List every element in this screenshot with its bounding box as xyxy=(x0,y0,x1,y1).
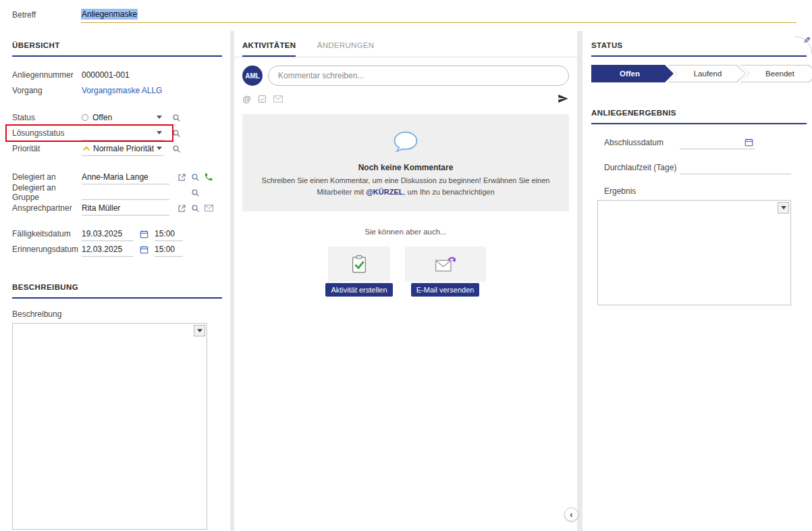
quick-action-cards: Aktivität erstellen E-Mail versenden xyxy=(234,247,577,297)
prioritaet-search-icon[interactable] xyxy=(169,145,183,153)
abschlussdatum-calendar-icon[interactable] xyxy=(742,138,755,147)
erinnerungsdatum-time: 15:00 xyxy=(155,245,175,254)
delegiert-gruppe-search-icon[interactable] xyxy=(188,188,202,197)
durchlaufzeit-input[interactable] xyxy=(680,161,791,174)
status-step-label: Offen xyxy=(591,65,674,82)
ergebnis-form: Abschlussdatum Durchlaufzeit (Tage) xyxy=(591,135,812,174)
speech-bubble-icon xyxy=(393,130,418,153)
also-text: Sie können aber auch... xyxy=(234,228,577,236)
overview-panel: ÜBERSICHT Anliegennummer 0000001-001 Vor… xyxy=(0,31,230,531)
erinnerungsdatum-date-input[interactable]: 12.03.2025 xyxy=(82,243,133,257)
field-erinnerungsdatum: Erinnerungsdatum 12.03.2025 15:00 xyxy=(12,242,222,257)
activities-panel: AKTIVITÄTEN ÄNDERUNGEN AML @ Noch keine … xyxy=(234,31,577,531)
beschreibung-textarea[interactable] xyxy=(12,323,207,530)
activities-tabbar: AKTIVITÄTEN ÄNDERUNGEN xyxy=(234,31,577,57)
comment-input-wrapper[interactable] xyxy=(268,66,569,86)
no-comments-text: Schreiben Sie einen Kommentar, um eine D… xyxy=(261,175,550,198)
faelligkeitsdatum-calendar-icon[interactable] xyxy=(137,230,151,238)
edit-pencil-icon[interactable]: ✎ xyxy=(803,35,811,45)
ergebnis-textarea[interactable] xyxy=(597,200,791,305)
mention-icon[interactable]: @ xyxy=(242,94,251,104)
collapse-panel-button[interactable]: ‹ xyxy=(564,507,578,522)
comment-composer: AML xyxy=(242,66,569,86)
send-email-card: E-Mail versenden xyxy=(405,247,486,297)
faelligkeitsdatum-date-input[interactable]: 19.03.2025 xyxy=(82,227,133,241)
create-activity-button[interactable]: Aktivität erstellen xyxy=(325,283,392,297)
loesungsstatus-combobox[interactable] xyxy=(82,126,164,141)
delegiert-an-search-icon[interactable] xyxy=(188,173,202,182)
status-dropdown-icon[interactable] xyxy=(157,116,162,119)
ergebnis-label: Ergebnis xyxy=(591,186,812,196)
field-anliegennummer: Anliegennummer 0000001-001 xyxy=(12,68,222,82)
delegiert-an-open-icon[interactable] xyxy=(175,173,188,182)
task-icon[interactable] xyxy=(258,95,267,103)
send-email-button[interactable]: E-Mail versenden xyxy=(411,283,480,297)
email-icon[interactable] xyxy=(273,95,283,103)
ansprechpartner-search-icon[interactable] xyxy=(188,204,202,213)
status-label: Status xyxy=(12,113,82,122)
abschlussdatum-input[interactable] xyxy=(680,136,755,149)
durchlaufzeit-label: Durchlaufzeit (Tage) xyxy=(604,163,680,172)
field-ansprechpartner: Ansprechpartner Rita Müller xyxy=(12,201,222,216)
beschreibung-dropdown-button[interactable] xyxy=(194,325,205,336)
ansprechpartner-mail-icon[interactable] xyxy=(202,205,215,211)
priority-normal-icon xyxy=(82,145,91,151)
field-faelligkeitsdatum: Fälligkeitsdatum 19.03.2025 15:00 xyxy=(12,226,222,241)
delegiert-gruppe-input[interactable] xyxy=(82,186,169,200)
no-comments-title: Noch keine Kommentare xyxy=(261,163,550,172)
chevron-down-icon xyxy=(781,206,786,209)
status-header: STATUS xyxy=(591,31,807,57)
anliegen-window: Betreff Anliegenmaske ÜBERSICHT Anliegen… xyxy=(0,0,812,531)
ansprechpartner-label: Ansprechpartner xyxy=(12,203,82,213)
create-activity-card: Aktivität erstellen xyxy=(325,247,392,297)
abschlussdatum-label: Abschlussdatum xyxy=(604,138,680,147)
status-step-beendet[interactable]: Beendet xyxy=(740,65,812,82)
prioritaet-dropdown-icon[interactable] xyxy=(157,147,162,150)
faelligkeitsdatum-time-input[interactable]: 15:00 xyxy=(155,227,183,241)
mention-kuerzel: @KÜRZEL xyxy=(366,188,403,196)
avatar: AML xyxy=(242,66,263,86)
ansprechpartner-value: Rita Müller xyxy=(82,203,120,213)
corner-edit-widget: ✎ xyxy=(794,36,812,54)
no-comments-text-part2: , um Ihn zu benachrichtigen xyxy=(403,188,494,196)
status-step-label: Laufend xyxy=(668,65,746,82)
status-step-offen[interactable]: Offen xyxy=(591,65,674,82)
email-card-iconbox xyxy=(405,247,486,282)
beschreibung-label: Beschreibung xyxy=(12,309,222,319)
faelligkeitsdatum-time: 15:00 xyxy=(155,229,175,238)
erinnerungsdatum-calendar-icon[interactable] xyxy=(137,245,151,254)
subject-label: Betreff xyxy=(12,10,36,20)
subject-input[interactable]: Anliegenmaske xyxy=(81,5,796,23)
field-delegiert-gruppe: Delegiert an Gruppe xyxy=(12,185,222,200)
send-icon[interactable] xyxy=(557,93,569,105)
delegiert-an-phone-icon[interactable] xyxy=(202,172,215,182)
chevron-left-icon: ‹ xyxy=(570,509,572,520)
delegiert-gruppe-label: Delegiert an Gruppe xyxy=(12,183,82,202)
chevron-down-icon xyxy=(197,329,202,332)
delegiert-an-value: Anne-Maria Lange xyxy=(82,172,148,182)
ansprechpartner-input[interactable]: Rita Müller xyxy=(82,201,169,216)
prioritaet-combobox[interactable]: Normale Priorität xyxy=(82,142,164,156)
delegiert-an-input[interactable]: Anne-Maria Lange xyxy=(82,170,169,184)
comment-input[interactable] xyxy=(277,70,560,81)
erinnerungsdatum-time-input[interactable]: 15:00 xyxy=(155,243,183,257)
loesungsstatus-dropdown-icon[interactable] xyxy=(157,131,162,134)
no-comments-panel: Noch keine Kommentare Schreiben Sie eine… xyxy=(242,114,569,211)
vorgang-link[interactable]: Vorgangsmaske ALLG xyxy=(82,86,162,95)
faelligkeitsdatum-label: Fälligkeitsdatum xyxy=(12,229,82,238)
field-vorgang: Vorgang Vorgangsmaske ALLG xyxy=(12,83,222,98)
status-panel: ✎ STATUS Offen Laufend Beendet ANLIEGENE… xyxy=(583,31,812,531)
ergebnis-dropdown-button[interactable] xyxy=(778,202,789,213)
field-status: Status Offen xyxy=(12,110,222,125)
status-radio-icon xyxy=(82,114,88,121)
status-search-icon[interactable] xyxy=(169,113,183,122)
field-loesungsstatus: Lösungsstatus xyxy=(12,126,222,141)
loesungsstatus-search-icon[interactable] xyxy=(169,129,183,138)
status-combobox[interactable]: Offen xyxy=(82,111,164,125)
prioritaet-value: Normale Priorität xyxy=(93,144,154,153)
subject-bar: Betreff Anliegenmaske xyxy=(0,0,812,31)
ansprechpartner-open-icon[interactable] xyxy=(175,204,188,213)
tab-aktivitaeten[interactable]: AKTIVITÄTEN xyxy=(242,41,296,57)
status-step-laufend[interactable]: Laufend xyxy=(668,65,746,82)
tab-aenderungen[interactable]: ÄNDERUNGEN xyxy=(317,41,375,55)
